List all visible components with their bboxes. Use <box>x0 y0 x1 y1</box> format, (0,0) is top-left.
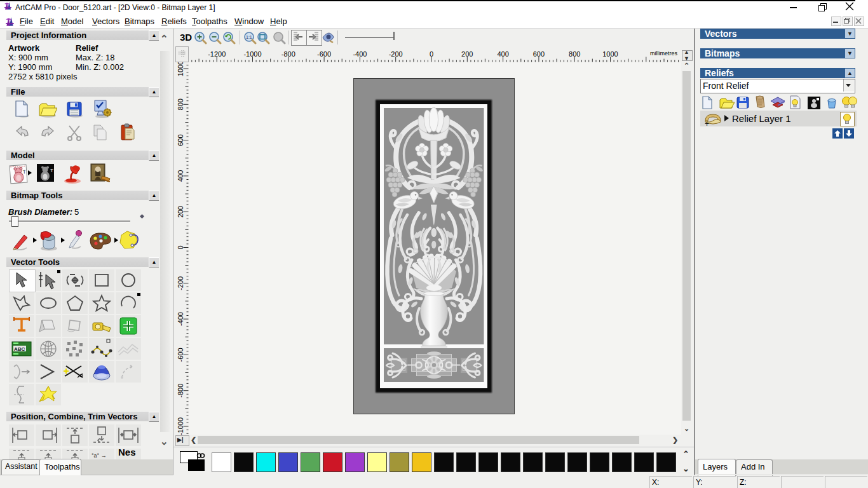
svg-text:800: 800 <box>177 98 184 110</box>
svg-text:-800: -800 <box>281 50 295 58</box>
svg-text:0: 0 <box>177 245 184 249</box>
svg-text:-600: -600 <box>177 348 184 362</box>
svg-text:1000: 1000 <box>602 50 618 58</box>
svg-text:-400: -400 <box>177 312 184 326</box>
svg-text:-1000: -1000 <box>243 50 261 58</box>
svg-text:200: 200 <box>177 206 184 217</box>
svg-text:+: + <box>705 119 709 127</box>
svg-text:-800: -800 <box>177 384 184 398</box>
svg-text:T: T <box>22 169 26 175</box>
svg-text:600: 600 <box>177 134 184 146</box>
svg-text:°a° →: °a° → <box>92 452 107 459</box>
svg-text:400: 400 <box>177 170 184 182</box>
svg-text:0: 0 <box>430 50 433 58</box>
svg-text:-1000: -1000 <box>177 417 184 435</box>
svg-text:T: T <box>50 168 53 173</box>
svg-text:600: 600 <box>533 50 545 58</box>
svg-text:800: 800 <box>569 50 580 58</box>
svg-text:-400: -400 <box>353 50 367 58</box>
svg-text:-200: -200 <box>177 276 184 290</box>
svg-text:1:1: 1:1 <box>246 35 252 39</box>
svg-text:-200: -200 <box>389 50 403 58</box>
svg-text:400: 400 <box>497 50 508 58</box>
svg-text:1000: 1000 <box>177 62 184 76</box>
svg-text:-1200: -1200 <box>208 50 226 58</box>
svg-text:200: 200 <box>461 50 473 58</box>
svg-text:-600: -600 <box>317 50 331 58</box>
svg-text:millimetres: millimetres <box>650 50 678 57</box>
svg-text:ABC: ABC <box>14 346 25 352</box>
